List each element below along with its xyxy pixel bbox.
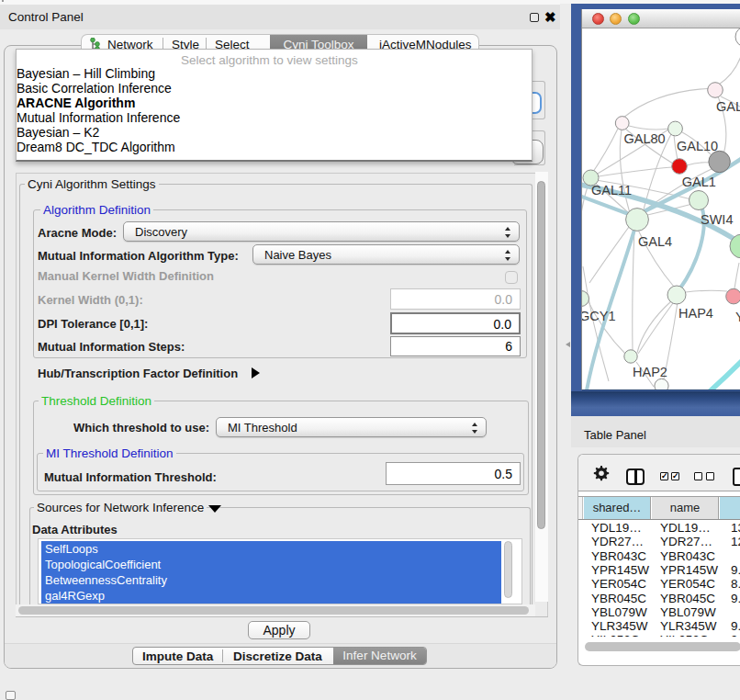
svg-text:GAL4: GAL4 [638, 234, 672, 249]
svg-text:GAL80: GAL80 [624, 131, 666, 146]
svg-text:GCY1: GCY1 [582, 309, 616, 323]
svg-text:GAL: GAL [716, 99, 740, 114]
svg-text:GAL10: GAL10 [677, 139, 718, 153]
svg-text:GAL1: GAL1 [682, 175, 716, 189]
svg-text:HAP4: HAP4 [678, 306, 713, 321]
svg-text:HAP2: HAP2 [633, 365, 667, 379]
svg-text:GAL11: GAL11 [591, 183, 632, 198]
svg-text:Y: Y [735, 310, 740, 324]
svg-text:SWI4: SWI4 [701, 212, 733, 227]
